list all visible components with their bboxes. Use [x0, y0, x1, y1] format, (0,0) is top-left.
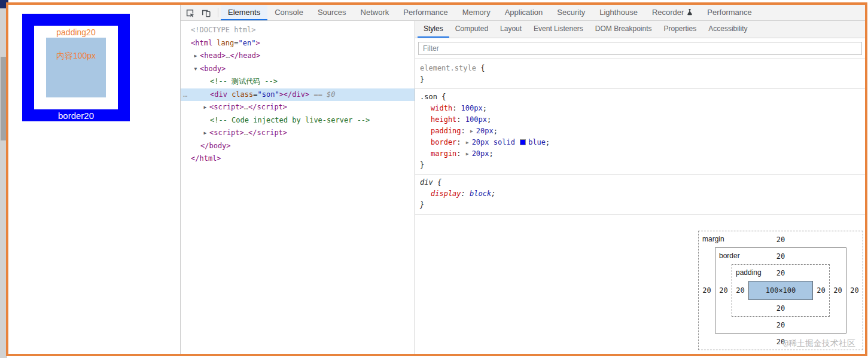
css-property-name[interactable]: display — [431, 189, 461, 198]
devtools-tab-application[interactable]: Application — [498, 5, 550, 20]
css-property-name[interactable]: width — [431, 104, 452, 112]
css-property[interactable]: margin: ▶20px; — [420, 148, 860, 160]
css-property-value[interactable]: 20px — [476, 127, 494, 135]
dom-node[interactable]: <html lang="en"> — [181, 37, 415, 50]
css-property-value[interactable]: 100px — [461, 104, 483, 112]
dom-node[interactable]: <!-- 测试代码 --> — [181, 75, 415, 88]
dom-node[interactable]: ▶<head>…</head> — [181, 50, 415, 63]
expand-shorthand-icon[interactable]: ▶ — [466, 148, 469, 160]
code-token: : — [461, 127, 470, 135]
styles-tab-computed[interactable]: Computed — [449, 21, 494, 38]
tab-label: Accessibility — [708, 25, 747, 33]
devtools-panels: <!DOCTYPE html><html lang="en">▶<head>…<… — [181, 21, 865, 354]
border-left-value[interactable]: 20 — [715, 264, 732, 317]
code-token: { — [476, 64, 485, 72]
css-property-name[interactable]: margin — [431, 149, 456, 158]
dom-node[interactable]: <!DOCTYPE html> — [181, 24, 415, 37]
styles-tab-accessibility[interactable]: Accessibility — [702, 21, 753, 38]
devtools-tab-memory[interactable]: Memory — [455, 5, 498, 20]
expand-arrow-icon[interactable]: ▶ — [201, 127, 209, 140]
dom-node[interactable]: </body> — [181, 140, 415, 153]
dom-node[interactable]: </html> — [181, 152, 415, 166]
code-token: : — [456, 115, 465, 124]
devtools-tab-lighthouse[interactable]: Lighthouse — [592, 5, 645, 20]
code-token: <head> — [200, 51, 226, 60]
inspect-element-icon[interactable] — [185, 8, 194, 17]
expand-arrow-icon[interactable]: ▶ — [201, 101, 209, 114]
devtools-tab-performance[interactable]: Performance — [700, 5, 759, 20]
demo-son-box: 内容100px padding20 border20 — [22, 14, 130, 121]
expand-shorthand-icon[interactable]: ▶ — [470, 126, 473, 137]
margin-right-value[interactable]: 20 — [846, 247, 863, 333]
dom-node[interactable]: ▼<body> — [181, 63, 415, 76]
css-rule: .son {width: 100px;height: 100px;padding… — [415, 89, 865, 174]
node-overflow-indicator: … — [183, 88, 187, 102]
elements-panel: <!DOCTYPE html><html lang="en">▶<head>…<… — [181, 21, 415, 354]
dom-node[interactable]: ▶<script>…</script> — [181, 101, 415, 114]
code-token: : — [461, 189, 470, 198]
padding-bottom-value[interactable]: 20 — [732, 300, 829, 316]
code-token: … — [226, 51, 230, 60]
demo-content-area: 内容100px — [46, 38, 106, 97]
css-property-value[interactable]: 100px — [465, 115, 487, 124]
expand-arrow-icon[interactable]: ▶ — [191, 50, 200, 63]
dom-node-selected[interactable]: …<div class="son"></div> == $0 — [181, 88, 415, 102]
css-property-value[interactable]: 20px — [472, 149, 489, 158]
padding-right-value[interactable]: 20 — [813, 281, 829, 300]
devtools-tab-recorder[interactable]: Recorder — [645, 5, 700, 20]
css-property[interactable]: width: 100px; — [420, 103, 860, 114]
collapse-arrow-icon[interactable]: ▼ — [191, 63, 200, 76]
margin-left-value[interactable]: 20 — [699, 247, 715, 333]
box-model-padding-region[interactable]: padding 20 20 100×100 20 20 — [732, 264, 830, 317]
css-property[interactable]: display: block; — [420, 188, 860, 200]
styles-filter-input[interactable] — [418, 42, 862, 55]
styles-tab-styles[interactable]: Styles — [418, 21, 449, 38]
css-property-name[interactable]: height — [431, 115, 456, 124]
devtools-tab-security[interactable]: Security — [550, 5, 592, 20]
styles-tab-layout[interactable]: Layout — [494, 21, 528, 38]
box-model-diagram: margin 20 20 border 20 20 padding — [698, 231, 863, 350]
devtools-tab-console[interactable]: Console — [267, 5, 310, 20]
page-scrollbar-thumb[interactable] — [1, 57, 7, 140]
border-bottom-value[interactable]: 20 — [715, 317, 846, 333]
css-selector[interactable]: .son — [420, 93, 437, 101]
code-token: } — [420, 161, 424, 169]
color-swatch[interactable] — [520, 139, 526, 145]
devtools-tab-sources[interactable]: Sources — [310, 5, 354, 20]
css-selector[interactable]: div — [420, 178, 433, 186]
devtools-tab-network[interactable]: Network — [354, 5, 397, 20]
dom-node[interactable]: <!-- Code injected by live-server --> — [181, 114, 415, 127]
css-property[interactable]: padding: ▶20px; — [420, 126, 860, 137]
code-token: : — [452, 104, 461, 112]
styles-filter-row — [415, 38, 865, 59]
styles-sidebar: StylesComputedLayoutEvent ListenersDOM B… — [415, 21, 865, 354]
code-token: : — [456, 138, 465, 146]
css-property[interactable]: height: 100px; — [420, 114, 860, 126]
css-property-value[interactable]: block — [470, 189, 491, 198]
window-corner — [0, 0, 8, 8]
box-model-margin-region[interactable]: margin 20 20 border 20 20 padding — [698, 231, 863, 350]
padding-left-value[interactable]: 20 — [732, 281, 748, 300]
devtools-tab-elements[interactable]: Elements — [221, 5, 267, 20]
code-token: == $0 — [309, 90, 335, 99]
styles-tab-properties[interactable]: Properties — [658, 21, 703, 38]
devtools-tab-performance[interactable]: Performance — [396, 5, 455, 20]
tab-label: Properties — [664, 25, 697, 33]
code-token: <!-- Code injected by live-server --> — [210, 116, 370, 124]
box-model-border-region[interactable]: border 20 20 padding 20 20 — [715, 247, 846, 333]
dom-node[interactable]: ▶<script>…</script> — [181, 127, 415, 140]
styles-tab-event-listeners[interactable]: Event Listeners — [528, 21, 589, 38]
expand-shorthand-icon[interactable]: ▶ — [466, 137, 469, 148]
css-property-name[interactable]: padding — [431, 127, 461, 135]
toolbar-icon-group — [181, 5, 215, 20]
page-scrollbar-track[interactable] — [0, 8, 7, 358]
styles-tab-dom-breakpoints[interactable]: DOM Breakpoints — [589, 21, 658, 38]
device-toolbar-icon[interactable] — [202, 8, 211, 17]
css-property-name[interactable]: border — [431, 138, 456, 146]
box-model-content-region[interactable]: 100×100 — [748, 281, 813, 300]
css-property-value[interactable]: blue — [528, 138, 546, 146]
css-property[interactable]: border: ▶20px solid blue; — [420, 137, 860, 148]
border-right-value[interactable]: 20 — [830, 264, 846, 317]
css-selector[interactable]: element.style — [420, 64, 476, 72]
tab-label: Computed — [455, 25, 488, 33]
